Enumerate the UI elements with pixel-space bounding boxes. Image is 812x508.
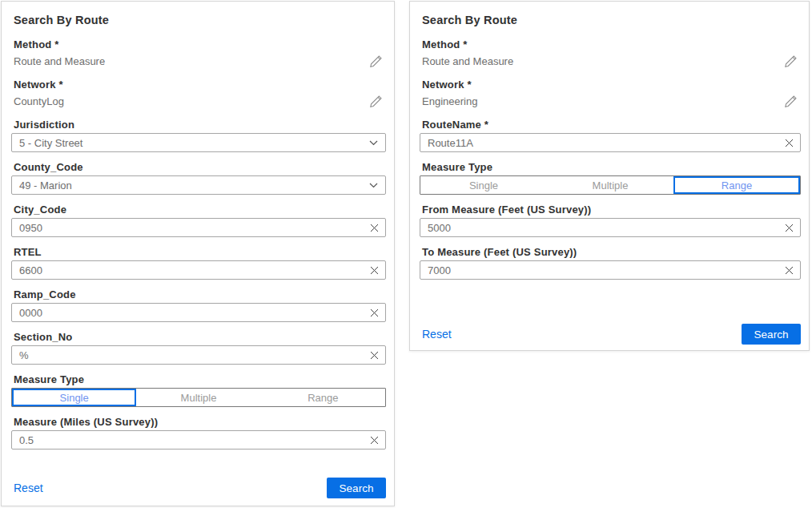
city-code-input[interactable]: [12, 219, 385, 236]
clear-section-no-button[interactable]: [364, 346, 384, 364]
reset-link[interactable]: Reset: [14, 482, 43, 494]
pencil-icon: [784, 54, 798, 68]
city-code-field: City_Code: [11, 204, 386, 237]
search-by-route-panel-left: Search By Route Method * Route and Measu…: [1, 1, 395, 506]
panel-title: Search By Route: [422, 14, 801, 26]
pencil-icon: [369, 54, 383, 68]
from-measure-label: From Measure (Feet (US Survey)): [422, 204, 801, 216]
method-value: Route and Measure: [422, 55, 513, 67]
city-code-label: City_Code: [14, 204, 386, 216]
chevron-down-icon: [369, 140, 378, 146]
rtel-input[interactable]: [12, 261, 385, 279]
x-icon: [369, 350, 380, 361]
panel-footer: Reset Search: [11, 478, 386, 498]
network-field: Network * Engineering: [420, 79, 801, 109]
clear-rtel-button[interactable]: [364, 261, 384, 279]
method-value: Route and Measure: [14, 55, 105, 67]
section-no-field: Section_No: [11, 331, 386, 365]
measure-type-label: Measure Type: [422, 161, 801, 173]
segment-range[interactable]: Range: [673, 176, 800, 194]
section-no-label: Section_No: [14, 331, 386, 343]
segment-multiple[interactable]: Multiple: [136, 389, 260, 406]
pencil-icon: [784, 95, 798, 108]
ramp-code-input[interactable]: [12, 304, 385, 321]
rtel-label: RTEL: [14, 246, 386, 258]
method-label: Method *: [14, 38, 386, 50]
panel-title: Search By Route: [14, 14, 386, 26]
measure-type-segmented: Single Multiple Range: [420, 175, 801, 195]
clear-route-name-button[interactable]: [779, 134, 798, 151]
county-code-field: County_Code 49 - Marion: [11, 161, 386, 195]
ramp-code-field: Ramp_Code: [11, 288, 386, 322]
pencil-icon: [369, 95, 383, 108]
chevron-down-icon: [369, 183, 378, 188]
search-by-route-panel-right: Search By Route Method * Route and Measu…: [409, 1, 810, 351]
measure-type-field: Measure Type Single Multiple Range: [11, 373, 386, 407]
measure-field: Measure (Miles (US Survey)): [11, 416, 386, 450]
panel-footer: Reset Search: [420, 324, 801, 345]
to-measure-field: To Measure (Feet (US Survey)): [420, 246, 801, 280]
edit-network-button[interactable]: [781, 95, 801, 108]
jurisdiction-label: Jurisdiction: [14, 119, 386, 131]
clear-to-measure-button[interactable]: [779, 261, 798, 279]
network-value: Engineering: [422, 95, 477, 107]
to-measure-label: To Measure (Feet (US Survey)): [422, 246, 801, 258]
jurisdiction-field: Jurisdiction 5 - City Street: [11, 119, 386, 152]
clear-ramp-code-button[interactable]: [364, 304, 384, 321]
reset-link[interactable]: Reset: [422, 328, 452, 341]
ramp-code-label: Ramp_Code: [14, 288, 386, 300]
edit-method-button[interactable]: [366, 54, 386, 68]
segment-single[interactable]: Single: [420, 176, 547, 194]
measure-type-label: Measure Type: [14, 373, 386, 385]
network-field: Network * CountyLog: [11, 79, 386, 109]
clear-city-code-button[interactable]: [364, 219, 384, 236]
jurisdiction-selected-value: 5 - City Street: [19, 137, 82, 149]
route-name-label: RouteName *: [422, 119, 801, 131]
x-icon: [784, 265, 794, 276]
measure-type-field: Measure Type Single Multiple Range: [420, 161, 801, 195]
measure-input[interactable]: [12, 431, 385, 449]
x-icon: [784, 223, 794, 233]
search-button[interactable]: Search: [742, 324, 801, 345]
method-field: Method * Route and Measure: [420, 38, 801, 69]
method-label: Method *: [422, 38, 801, 50]
x-icon: [369, 435, 380, 446]
edit-network-button[interactable]: [366, 95, 386, 108]
network-value: CountyLog: [14, 95, 64, 107]
x-icon: [369, 265, 380, 276]
section-no-input[interactable]: [12, 346, 385, 364]
edit-method-button[interactable]: [781, 54, 801, 68]
segment-multiple[interactable]: Multiple: [547, 176, 673, 194]
county-code-selected-value: 49 - Marion: [19, 179, 72, 192]
rtel-field: RTEL: [11, 246, 386, 280]
search-button[interactable]: Search: [327, 478, 386, 498]
measure-type-segmented: Single Multiple Range: [11, 388, 386, 407]
segment-range[interactable]: Range: [261, 389, 385, 406]
x-icon: [369, 223, 380, 233]
county-code-select[interactable]: 49 - Marion: [11, 175, 386, 195]
clear-from-measure-button[interactable]: [779, 219, 798, 236]
network-label: Network *: [14, 79, 386, 91]
page: Search By Route Method * Route and Measu…: [0, 0, 812, 507]
network-label: Network *: [422, 79, 801, 91]
route-name-field: RouteName *: [420, 119, 801, 152]
route-name-input[interactable]: [420, 134, 800, 151]
clear-measure-button[interactable]: [364, 431, 384, 449]
method-field: Method * Route and Measure: [11, 38, 386, 69]
x-icon: [369, 308, 380, 318]
from-measure-field: From Measure (Feet (US Survey)): [420, 204, 801, 237]
from-measure-input[interactable]: [420, 219, 800, 236]
measure-label: Measure (Miles (US Survey)): [14, 416, 386, 428]
county-code-label: County_Code: [14, 161, 386, 173]
to-measure-input[interactable]: [420, 261, 800, 279]
x-icon: [784, 138, 794, 148]
segment-single[interactable]: Single: [12, 389, 136, 406]
jurisdiction-select[interactable]: 5 - City Street: [11, 133, 386, 152]
